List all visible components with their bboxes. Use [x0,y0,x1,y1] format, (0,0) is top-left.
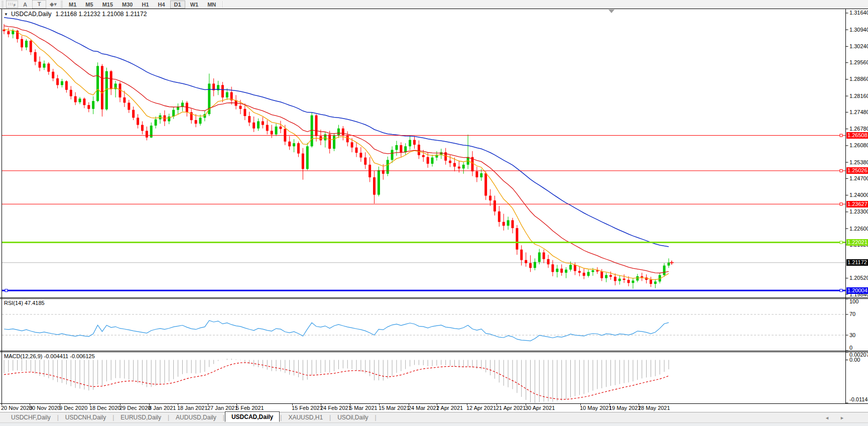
candle-body [279,127,282,129]
candle-body [458,167,460,169]
price-axis-label: 1.30940 [849,27,868,33]
tab-usdcnh-daily[interactable]: USDCNH,Daily [59,413,112,422]
candle-body [605,275,607,278]
line-handle[interactable] [840,241,842,244]
date-label: 5 Mar 2021 [349,405,378,411]
candle-body [574,265,576,271]
candle-body [337,129,340,136]
symbol-period-label: USDCAD,Daily [11,11,52,18]
candle-body [400,145,402,152]
candle-body [484,173,487,196]
candle-body [503,222,505,226]
candle-body [105,71,108,110]
chart-canvas[interactable] [0,0,868,412]
price-axis-label: 1.25380 [849,159,868,165]
chevron-down-icon[interactable]: ▼ [4,12,8,17]
candle-body [391,150,394,160]
candle-body [569,265,572,269]
rsi-axis-label: 0 [849,345,852,351]
ohlc-values: 1.21168 1.21232 1.21008 1.21172 [56,11,147,18]
date-label: 15 Feb 2021 [292,405,323,411]
tab-eurusd-daily[interactable]: EURUSD,Daily [114,413,167,422]
tab-usdchf-daily[interactable]: USDCHF,Daily [5,413,57,422]
date-label: 30 Nov 2020 [29,405,60,411]
hline-price-tag: 1.25026 [846,167,868,174]
date-label: 29 Dec 2020 [119,405,151,411]
candle-body [34,52,37,62]
date-label: 19 May 2021 [609,405,641,411]
moving-average-lines [4,18,669,280]
candle-body [529,263,532,268]
rsi-indicator-label: RSI(14) 47.4185 [4,300,45,306]
candle-body [565,270,567,273]
candle-body [346,136,349,142]
chart-title: ▼USDCAD,Daily1.21168 1.21232 1.21008 1.2… [4,11,147,18]
hline-price-tag: 1.23627 [846,201,868,207]
candle-body [271,131,273,134]
candle-body [146,131,148,137]
line-handle[interactable] [840,169,842,172]
tab-usdcad-daily[interactable]: USDCAD,Daily [225,411,280,422]
candle-body [155,120,157,126]
candle-body [243,109,246,116]
rsi-axis-label: 100 [849,298,858,304]
candle-body [315,116,318,136]
candle-body [199,118,201,124]
line-handle[interactable] [840,289,842,292]
date-label: 5 Feb 2021 [236,405,264,411]
candle-body [275,127,278,135]
candle-body [650,280,652,284]
candle-body [422,155,425,157]
candle-body [560,269,563,273]
candle-body [632,280,634,283]
candle-body [132,110,135,118]
price-axis-label: 1.28160 [849,93,868,99]
candle-body [150,126,153,138]
tab-divider: | [375,414,377,421]
line-handle[interactable] [840,203,842,205]
candle-body [7,31,10,34]
candle-body [239,106,241,109]
price-axis-label: 1.24000 [849,192,868,198]
candle-body [302,154,304,169]
candle-body [600,271,603,278]
date-label: 18 Jan 2021 [177,405,208,411]
candle-body [195,120,197,124]
candle-body [493,200,496,211]
candle-body [480,173,482,177]
candle-body [556,269,558,272]
candle-body [547,259,550,264]
candle-body [248,116,251,123]
candle-body [525,260,527,263]
chart-shift-marker-icon[interactable] [608,10,614,13]
macd-indicator-label: MACD(12,26,9) -0.004411 -0.006125 [4,353,95,359]
symbol-tab-bar: USDCHF,Daily|USDCNH,Daily|EURUSD,Daily|A… [0,412,868,422]
candle-body [583,273,585,276]
candle-body [355,148,357,153]
tab-xauusd-h1[interactable]: XAUUSD,H1 [282,413,329,422]
candle-body [221,85,224,97]
candle-body [52,72,54,78]
line-handle[interactable] [840,134,842,137]
date-label: 18 Dec 2020 [89,405,120,411]
candle-body [520,250,523,260]
candle-body [641,276,643,277]
candle-body [462,165,465,169]
candle-body [288,142,291,146]
hline-price-tag: 1.20004 [846,287,868,294]
candle-body [596,270,598,271]
tab-usoil-daily[interactable]: USOil,Daily [331,413,374,422]
candle-body [591,270,594,272]
candle-body [262,121,264,125]
tab-scroll-right-icon[interactable]: ► [840,415,844,420]
candle-body [578,271,581,273]
candle-body [395,145,398,150]
rsi-axis-label: 70 [849,311,855,317]
status-strip [0,422,868,426]
rsi-series [4,321,669,341]
line-handle[interactable] [5,289,8,292]
ema-slow-line [4,18,669,247]
tab-audusd-daily[interactable]: AUDUSD,Daily [170,413,222,422]
candle-body [418,145,420,155]
tab-scroll-left-icon[interactable]: ◄ [825,415,829,420]
